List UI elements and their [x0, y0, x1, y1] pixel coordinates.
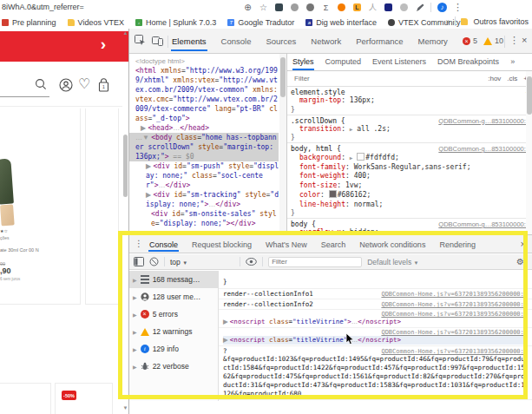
sidebar-item-errors[interactable]: ▶ × 5 errors	[129, 306, 218, 323]
scroll-down-icon[interactable]: ▼	[122, 405, 128, 411]
noscript-log[interactable]: ▶ <noscript class="titleVitrine">…</nosc…	[223, 318, 528, 326]
source-location-link[interactable]: QDBCommon-Home.js?v=637201389356200000:9	[381, 311, 528, 318]
css-property[interactable]: font-size: 1vw;	[291, 181, 529, 191]
clear-console-icon[interactable]	[149, 257, 159, 266]
extension-icon[interactable]	[399, 3, 409, 12]
extension-shield-icon[interactable]	[274, 3, 284, 12]
drawer-tab-network-conditions[interactable]: Network conditions	[358, 236, 426, 252]
install-page-icon[interactable]: ⊕	[243, 3, 253, 12]
browser-menu-icon[interactable]: ⋮	[453, 3, 463, 12]
other-bookmarks-label[interactable]: Outros favoritos	[473, 17, 529, 26]
tab-styles[interactable]: Styles	[292, 53, 314, 70]
extension-icon[interactable]	[290, 3, 299, 12]
extension-icon[interactable]	[305, 3, 315, 12]
css-property[interactable]: color: #686162;	[291, 190, 529, 200]
console-sidebar-toggle-icon[interactable]	[134, 257, 144, 266]
css-property[interactable]: background: ▶ #fdfdfd;	[291, 153, 529, 163]
tab-elements[interactable]: Elements	[171, 30, 207, 51]
sidebar-item-warnings[interactable]: ▶ 12 warnings	[129, 323, 218, 340]
wishlist-heart-icon[interactable]: ♡	[78, 76, 90, 92]
address-bar[interactable]: 8iWhA.0&utm_referrer=	[2, 3, 84, 11]
body-node-selected[interactable]: …▼ <body class="home has--topbanner scro…	[129, 133, 279, 161]
tab-memory[interactable]: Memory	[417, 30, 449, 51]
expand-icon[interactable]: ▶	[133, 364, 137, 370]
elements-scrollbar[interactable]	[279, 54, 286, 234]
tab-network[interactable]: Network	[310, 30, 342, 51]
rule-selector[interactable]: body, html	[291, 145, 332, 153]
source-location-link[interactable]: QDBCommon-Home.js?v=637201389356200000:9	[381, 329, 528, 336]
console-row[interactable]: QDBCommon-Home.js?v=637201389356200000:9…	[219, 310, 532, 328]
div-sm-push-node[interactable]: ▶ <div id="sm-push" style="display: none…	[135, 161, 279, 190]
extension-sigma-icon[interactable]: Σ	[321, 3, 331, 12]
css-rule-scrolldown[interactable]: .scrollDown {QDBCommon-g…853100000:1 tra…	[287, 115, 532, 144]
scrollbar-thumb[interactable]	[527, 76, 532, 115]
rule-selector[interactable]: .scrollDown	[291, 117, 337, 125]
stylesheet-link[interactable]: QDBCommon-g…853100000:1	[438, 117, 529, 125]
error-counter[interactable]: × 5	[463, 36, 477, 45]
tab-event-listeners[interactable]: Event Listeners	[372, 57, 426, 66]
expand-icon[interactable]: ▶	[133, 277, 137, 283]
bookmark-splunk[interactable]: ›Home | Splunk 7.0.3	[135, 18, 216, 27]
devtools-close-icon[interactable]: ×	[522, 35, 527, 45]
color-swatch[interactable]	[329, 190, 337, 198]
query-string-log[interactable]: &fq=productId:1023&fq=productId:1495&fq=…	[223, 355, 528, 398]
log-levels-selector[interactable]: Default levels ▼	[367, 258, 418, 266]
media-note-icon[interactable]: ♪	[437, 3, 447, 12]
expand-icon[interactable]: ▶	[133, 346, 137, 352]
source-location-link[interactable]: QDBCommon-Home.js?v=637201389356200000:9	[381, 301, 528, 308]
source-location-link[interactable]: QDBCommon-Home.js?v=637201389356200000:9	[381, 348, 528, 355]
device-toolbar-icon[interactable]	[152, 35, 163, 46]
extension-icon[interactable]: 人	[368, 3, 378, 12]
cart-bag-icon[interactable]: 1	[96, 78, 111, 93]
console-row[interactable]: render--collectionInfo2QDBCommon-Home.js…	[219, 299, 532, 310]
div-sm-onsite-node[interactable]: <div id="sm-onsite-sales" style="display…	[135, 209, 279, 228]
sidebar-item-info[interactable]: ▶ i 129 info	[129, 340, 218, 358]
bookmark-dig-web[interactable]: aDig web interface	[305, 18, 377, 27]
css-rule-element-style[interactable]: element.style{ margin-top: 136px; }	[287, 87, 532, 115]
expand-icon[interactable]: ▶	[133, 294, 137, 300]
head-node[interactable]: ▶ <head>…</head>	[135, 123, 279, 133]
color-swatch[interactable]	[357, 153, 365, 161]
product-name[interactable]: ate 30ml Cor 00 N	[0, 247, 39, 253]
css-property[interactable]: transition: ▶ all .2s;	[291, 125, 529, 135]
tab-performance[interactable]: Performance	[355, 30, 404, 51]
source-location-link[interactable]: QDBCommon-Home.js?v=637201389356200000:9	[381, 291, 528, 298]
elements-tree[interactable]: <!doctype html> <html xmlns="http://www.…	[129, 54, 279, 234]
search-input[interactable]	[0, 96, 49, 97]
extension-icon[interactable]	[384, 3, 393, 12]
extension-pen-icon[interactable]	[415, 3, 424, 12]
bookmark-google-tradutor[interactable]: TGoogle Tradutor	[227, 18, 294, 27]
drawer-tab-request-blocking[interactable]: Request blocking	[191, 236, 253, 252]
search-icon[interactable]	[35, 78, 47, 90]
console-row[interactable]: }	[219, 271, 532, 289]
styles-filter-input[interactable]	[292, 74, 482, 83]
toggle-classes[interactable]: .cls	[507, 75, 517, 82]
drawer-tab-console[interactable]: Console	[148, 236, 179, 252]
css-rule-body[interactable]: body {QDBCommon-g…853100000:1 overflow-x…	[287, 219, 532, 234]
scroll-up-icon[interactable]: ▲	[122, 30, 128, 36]
sidebar-item-verbose[interactable]: ▶ 22 verbose	[129, 358, 218, 375]
page-scrollbar[interactable]: ▲ ▼	[122, 29, 128, 414]
styles-scrollbar[interactable]	[526, 71, 532, 234]
styles-tabs-overflow-chevron[interactable]: »	[510, 57, 515, 66]
noscript-log-hovered[interactable]: ▶ <noscript class="titleVitrine">…</nosc…	[223, 336, 528, 345]
div-sm-tracking-node[interactable]: ▶ <div id="sm-tracking" style="display: …	[135, 190, 279, 209]
toggle-hover-state[interactable]: :hov	[488, 75, 501, 82]
live-expression-eye-icon[interactable]	[246, 258, 257, 266]
drawer-tab-whats-new[interactable]: What's New	[265, 236, 308, 252]
scrollbar-thumb[interactable]	[280, 57, 286, 97]
stylesheet-link[interactable]: QDBCommon-g…853100000:1	[438, 145, 529, 153]
tab-sources[interactable]: Sources	[265, 30, 297, 51]
expand-icon[interactable]: ▶	[133, 329, 137, 335]
product-card[interactable]	[0, 383, 51, 414]
product-card[interactable]	[85, 108, 119, 305]
bookmark-star-icon[interactable]: ☆	[259, 3, 268, 12]
css-property[interactable]: font-weight: 400;	[291, 172, 529, 181]
css-property[interactable]: margin-top: 136px;	[291, 96, 529, 106]
console-row[interactable]: render--collectionInfo1QDBCommon-Home.js…	[219, 289, 532, 299]
drawer-close-icon[interactable]: ×	[521, 239, 526, 249]
drawer-tab-rendering[interactable]: Rendering	[438, 236, 476, 252]
rule-selector[interactable]: element.style	[291, 89, 345, 96]
expand-icon[interactable]: ▶	[133, 312, 137, 318]
sidebar-item-user-messages[interactable]: ▶ 128 user me…	[129, 288, 218, 306]
